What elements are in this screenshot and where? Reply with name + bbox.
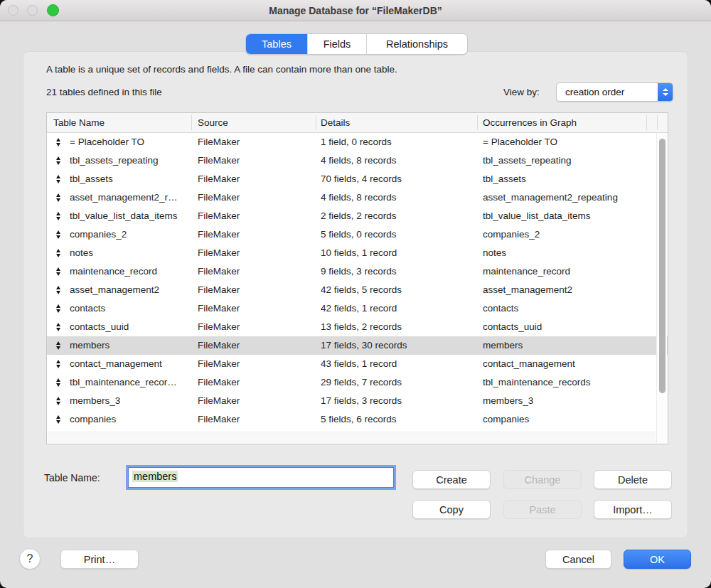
table-row[interactable]: members_3FileMaker17 fields, 3 recordsme… [47, 392, 668, 410]
table-row[interactable]: tbl_assets_repeatingFileMaker4 fields, 8… [47, 151, 668, 170]
tab-fields[interactable]: Fields [307, 34, 366, 54]
cell-occurrences: companies [483, 410, 529, 429]
cell-name: members_3 [70, 392, 120, 410]
column-divider [657, 115, 658, 130]
reorder-handle-icon[interactable] [53, 170, 63, 188]
column-header-occurrences[interactable]: Occurrences in Graph [483, 113, 577, 132]
cell-occurrences: asset_management2 [483, 281, 572, 299]
cell-occurrences: = Placeholder TO [483, 133, 557, 151]
import-button[interactable]: Import… [594, 500, 672, 519]
reorder-handle-icon[interactable] [53, 225, 63, 244]
table-name-value: members [132, 471, 178, 482]
column-header-source[interactable]: Source [198, 113, 228, 132]
table-row[interactable]: notesFileMaker10 fields, 1 recordnotes [47, 244, 668, 262]
cell-occurrences: members_3 [483, 392, 533, 410]
cell-source: FileMaker [198, 188, 240, 207]
reorder-handle-icon[interactable] [53, 373, 63, 392]
cell-details: 43 fields, 1 record [321, 355, 397, 373]
tab-tables[interactable]: Tables [246, 34, 307, 54]
ok-button[interactable]: OK [624, 550, 691, 569]
table-row[interactable]: asset_management2FileMaker42 fields, 5 r… [47, 281, 668, 299]
cell-name: companies_2 [70, 225, 127, 244]
cell-details: 5 fields, 0 records [321, 225, 397, 244]
table-row[interactable]: maintenance_recordFileMaker9 fields, 3 r… [47, 262, 668, 281]
cell-name: tbl_value_list_data_items [70, 207, 178, 225]
manage-database-dialog: Manage Database for “FileMakerDB” Tables… [0, 0, 711, 588]
cell-name: maintenance_record [70, 262, 157, 281]
vertical-scrollbar[interactable] [656, 133, 667, 443]
cell-occurrences: asset_management2_repeating [483, 188, 618, 207]
cell-occurrences: notes [483, 244, 506, 262]
cell-source: FileMaker [198, 373, 240, 392]
horizontal-scroll-area[interactable] [48, 432, 656, 443]
table-name-input[interactable]: members [128, 467, 394, 488]
table-row[interactable]: companies_2FileMaker5 fields, 0 recordsc… [47, 225, 668, 244]
reorder-handle-icon[interactable] [53, 410, 63, 429]
cell-name: members [70, 336, 109, 355]
copy-button[interactable]: Copy [412, 500, 491, 519]
print-button[interactable]: Print… [60, 550, 139, 569]
scrollbar-thumb[interactable] [659, 139, 665, 393]
column-divider[interactable] [316, 115, 316, 130]
create-button[interactable]: Create [412, 470, 491, 489]
table-row[interactable]: contactsFileMaker42 fields, 1 recordcont… [47, 299, 668, 318]
cell-details: 13 fields, 2 records [321, 318, 402, 336]
column-divider[interactable] [191, 115, 192, 130]
reorder-handle-icon[interactable] [53, 207, 63, 225]
cell-source: FileMaker [198, 244, 240, 262]
window-title: Manage Database for “FileMakerDB” [0, 0, 711, 21]
reorder-handle-icon[interactable] [53, 262, 63, 281]
table-row[interactable]: tbl_value_list_data_itemsFileMaker2 fiel… [47, 207, 668, 225]
column-header-table-name[interactable]: Table Name [53, 113, 105, 132]
reorder-handle-icon[interactable] [53, 299, 63, 318]
cell-source: FileMaker [198, 170, 240, 188]
table-name-label: Table Name: [44, 472, 100, 483]
cell-source: FileMaker [198, 262, 240, 281]
title-bar[interactable]: Manage Database for “FileMakerDB” [0, 0, 711, 21]
table-count-text: 21 tables defined in this file [46, 87, 162, 97]
cancel-button[interactable]: Cancel [545, 550, 611, 569]
reorder-handle-icon[interactable] [53, 336, 63, 355]
cell-name: contacts [70, 299, 105, 318]
table-row[interactable]: membersFileMaker17 fields, 30 recordsmem… [47, 336, 668, 355]
column-divider[interactable] [477, 115, 478, 130]
reorder-handle-icon[interactable] [53, 151, 63, 170]
tables-list: Table Name Source Details Occurrences in… [46, 112, 668, 444]
cell-details: 42 fields, 5 records [321, 281, 402, 299]
cell-details: 70 fields, 4 records [321, 170, 402, 188]
table-row[interactable]: companiesFileMaker5 fields, 6 recordscom… [47, 410, 668, 429]
cell-details: 9 fields, 3 records [321, 262, 397, 281]
cell-details: 17 fields, 30 records [321, 336, 407, 355]
cell-name: contact_management [70, 355, 162, 373]
cell-source: FileMaker [198, 318, 240, 336]
reorder-handle-icon[interactable] [53, 281, 63, 299]
table-body: = Placeholder TOFileMaker1 field, 0 reco… [47, 133, 668, 429]
view-by-dropdown[interactable]: creation order [556, 82, 673, 102]
view-by-label: View by: [503, 87, 540, 97]
intro-text: A table is a unique set of records and f… [46, 64, 397, 75]
cell-source: FileMaker [198, 336, 240, 355]
column-divider[interactable] [646, 115, 647, 130]
cell-name: tbl_assets_repeating [70, 151, 159, 170]
tab-relationships[interactable]: Relationships [366, 34, 467, 54]
cell-name: asset_management2_r… [70, 188, 178, 207]
cell-occurrences: tbl_assets_repeating [483, 151, 572, 170]
column-header-details[interactable]: Details [321, 113, 350, 132]
table-row[interactable]: contact_managementFileMaker43 fields, 1 … [47, 355, 668, 373]
cell-name: contacts_uuid [70, 318, 129, 336]
table-row[interactable]: tbl_maintenance_recor…FileMaker29 fields… [47, 373, 668, 392]
table-row[interactable]: asset_management2_r…FileMaker4 fields, 8… [47, 188, 668, 207]
reorder-handle-icon[interactable] [53, 244, 63, 262]
reorder-handle-icon[interactable] [53, 392, 63, 410]
reorder-handle-icon[interactable] [53, 133, 63, 151]
delete-button[interactable]: Delete [594, 470, 672, 489]
help-button[interactable]: ? [19, 548, 41, 570]
reorder-handle-icon[interactable] [53, 355, 63, 373]
reorder-handle-icon[interactable] [53, 318, 63, 336]
table-row[interactable]: tbl_assetsFileMaker70 fields, 4 recordst… [47, 170, 668, 188]
cell-name: tbl_maintenance_recor… [70, 373, 177, 392]
table-row[interactable]: contacts_uuidFileMaker13 fields, 2 recor… [47, 318, 668, 336]
cell-occurrences: contacts_uuid [483, 318, 542, 336]
table-row[interactable]: = Placeholder TOFileMaker1 field, 0 reco… [47, 133, 668, 151]
reorder-handle-icon[interactable] [53, 188, 63, 207]
